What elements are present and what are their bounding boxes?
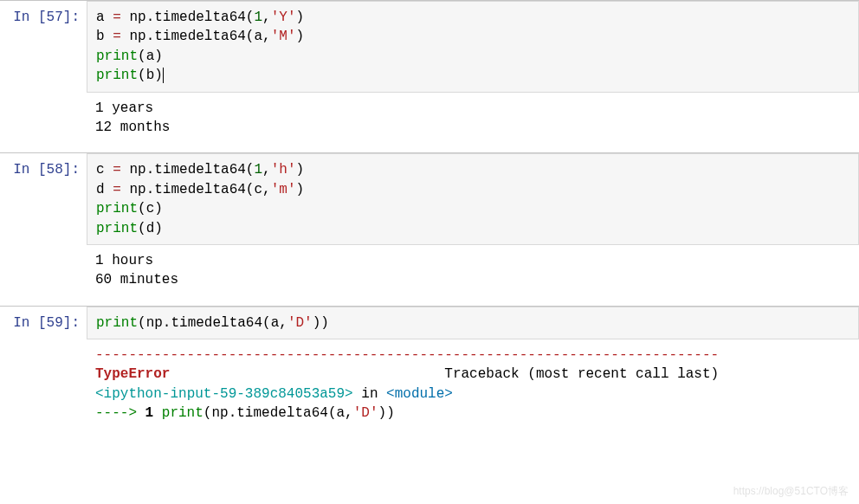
in-prompt-59: In [59]:: [0, 307, 87, 339]
code-input-57[interactable]: a = np.timedelta64(1,'Y') b = np.timedel…: [87, 1, 859, 93]
prompt-label: In: [13, 315, 38, 331]
module-token: <module>: [386, 386, 453, 402]
error-separator: ----------------------------------------…: [95, 347, 719, 363]
traceback-label: Traceback (most recent call last): [444, 366, 719, 382]
out-gutter-57: [0, 93, 87, 153]
stdout-57: 1 years 12 months: [87, 93, 859, 153]
prompt-number: [57]:: [38, 10, 80, 25]
in-prompt-57: In [57]:: [0, 1, 87, 93]
input-location: <ipython-input-59-389c84053a59>: [95, 386, 353, 402]
code-input-59[interactable]: print(np.timedelta64(a,'D')): [87, 307, 859, 339]
error-line-number: 1: [145, 405, 162, 421]
code-input-58[interactable]: c = np.timedelta64(1,'h') d = np.timedel…: [87, 153, 859, 245]
out-gutter-59: [0, 339, 87, 439]
prompt-number: [58]:: [38, 162, 80, 178]
out-gutter-58: [0, 245, 87, 306]
in-prompt-58: In [58]:: [0, 153, 87, 245]
cell-57: In [57]: a = np.timedelta64(1,'Y') b = n…: [0, 0, 859, 152]
prompt-label: In: [13, 162, 38, 178]
error-arrow: ---->: [95, 405, 145, 421]
error-type: TypeError: [95, 366, 170, 382]
error-output-59: ----------------------------------------…: [87, 339, 859, 439]
text-cursor: [163, 68, 164, 83]
prompt-label: In: [13, 10, 38, 25]
stdout-58: 1 hours 60 minutes: [87, 245, 859, 306]
cell-58: In [58]: c = np.timedelta64(1,'h') d = n…: [0, 152, 859, 305]
prompt-number: [59]:: [38, 315, 80, 331]
cell-59: In [59]: print(np.timedelta64(a,'D')) --…: [0, 306, 859, 439]
